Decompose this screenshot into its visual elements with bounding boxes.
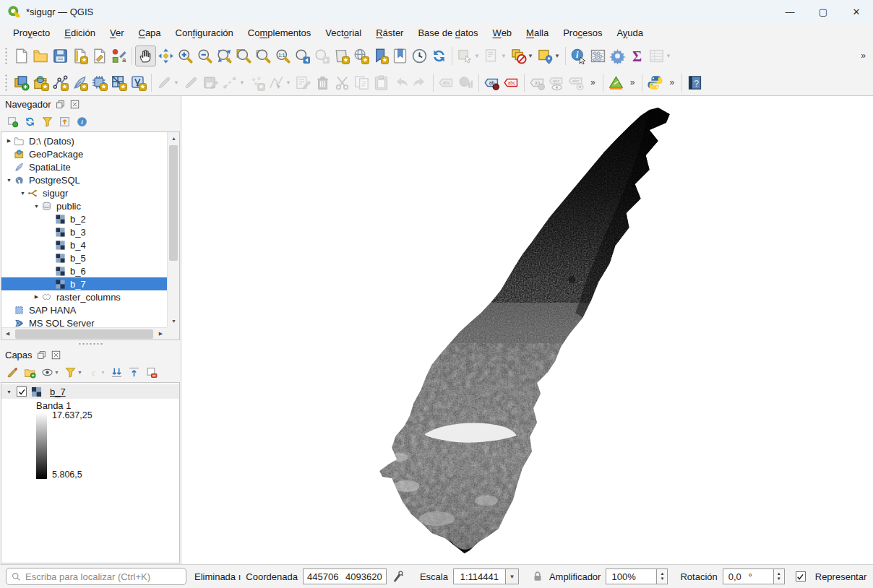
zoom-in-button[interactable] <box>176 46 195 66</box>
collapse-all-browser-button[interactable] <box>59 116 71 128</box>
refresh-browser-button[interactable] <box>24 116 36 128</box>
identify-features-button[interactable]: i <box>569 46 588 66</box>
show-statistics-button[interactable]: Σ <box>627 46 647 66</box>
toolbar-overflow-button[interactable]: » <box>626 77 640 87</box>
dropdown-arrow-icon[interactable]: ▼ <box>77 370 82 375</box>
magnifier-value[interactable]: 100% <box>606 568 656 584</box>
panel-splitter[interactable] <box>0 341 181 347</box>
browser-item-geopackage[interactable]: GeoPackage <box>1 147 167 160</box>
menu-vectorial[interactable]: Vectorial <box>318 25 369 40</box>
digitize-with-segment-button[interactable]: ▼ <box>220 72 247 93</box>
dropdown-arrow-icon[interactable]: ▼ <box>285 79 292 86</box>
show-hide-labels-button[interactable]: abc <box>547 72 567 93</box>
scale-value[interactable]: 1:114441 <box>453 568 505 584</box>
layer-item-b7[interactable]: ▼ b_7 <box>1 384 179 399</box>
browser-item-spatialite[interactable]: SpatiaLite <box>1 160 167 173</box>
select-features-button[interactable]: ▼ <box>455 46 482 66</box>
menu-web[interactable]: Web <box>486 25 520 40</box>
save-project-button[interactable] <box>51 46 70 66</box>
dropdown-arrow-icon[interactable]: ▼ <box>500 53 507 59</box>
dropdown-arrow-icon[interactable]: ▼ <box>665 53 672 59</box>
scroll-right-icon[interactable]: ▶ <box>155 328 167 340</box>
show-layout-manager-button[interactable] <box>90 46 109 66</box>
layer-diagram-button[interactable] <box>456 72 476 93</box>
open-layer-styling-button[interactable] <box>7 366 19 379</box>
browser-vertical-scrollbar[interactable]: ▲ ▼ <box>167 132 179 327</box>
toggle-editing-button[interactable] <box>181 72 201 93</box>
toolbar-grip[interactable] <box>4 74 8 91</box>
browser-item-raster-columns[interactable]: ▶raster_columns <box>1 290 167 303</box>
expander-icon[interactable]: ▼ <box>18 191 27 196</box>
refresh-map-button[interactable] <box>429 46 449 66</box>
filter-by-expression-button[interactable]: ε▼ <box>87 366 106 379</box>
new-spatialite-layer-button[interactable] <box>70 72 90 93</box>
new-shapefile-layer-button[interactable] <box>51 72 70 93</box>
properties-widget-button[interactable]: i <box>76 116 88 128</box>
browser-item-sigugr[interactable]: ▼sigugr <box>1 186 167 199</box>
browser-item-b-6[interactable]: b_6 <box>1 264 167 277</box>
save-layer-edits-button[interactable] <box>201 72 220 93</box>
menu-r-ster[interactable]: Ráster <box>369 25 410 40</box>
lock-scale-icon[interactable] <box>531 570 544 583</box>
highlight-pinned-labels-button[interactable]: abc <box>502 72 521 93</box>
browser-item-d-datos[interactable]: ▶D:\ (Datos) <box>1 134 167 147</box>
zoom-last-button[interactable] <box>293 46 312 66</box>
browser-item-public[interactable]: ▼public <box>1 199 167 212</box>
python-console-button[interactable] <box>645 72 665 93</box>
dropdown-arrow-icon[interactable]: ▼ <box>238 79 246 86</box>
pan-to-selection-button[interactable] <box>156 46 176 66</box>
field-calculator-button[interactable] <box>588 46 608 66</box>
minimize-button[interactable]: — <box>773 0 807 23</box>
new-project-button[interactable] <box>12 46 31 66</box>
scroll-down-icon[interactable]: ▼ <box>168 315 180 327</box>
maximize-button[interactable]: ▢ <box>807 0 840 23</box>
menu-complementos[interactable]: Complementos <box>241 25 318 40</box>
zoom-next-button[interactable] <box>312 46 332 66</box>
dropdown-arrow-icon[interactable]: ▼ <box>554 53 561 59</box>
close-panel-icon[interactable] <box>51 350 61 360</box>
style-manager-button[interactable]: a <box>109 46 129 66</box>
close-panel-icon[interactable] <box>69 99 80 110</box>
deselect-features-button[interactable]: ▼ <box>509 46 536 66</box>
new-geopackage-layer-button[interactable] <box>31 72 51 93</box>
new-print-layout-button[interactable] <box>70 46 90 66</box>
menu-malla[interactable]: Malla <box>519 25 556 40</box>
select-by-location-button[interactable]: ▼ <box>536 46 562 66</box>
toolbar-overflow-button[interactable]: » <box>665 77 679 87</box>
pan-map-button[interactable] <box>135 46 156 66</box>
coordinate-input[interactable]: 445706 4093620 <box>303 568 387 584</box>
scale-combobox[interactable]: 1:114441 ▼ <box>453 568 519 584</box>
browser-item-b-5[interactable]: b_5 <box>1 251 167 264</box>
remove-layer-button[interactable] <box>145 366 158 379</box>
paste-features-button[interactable] <box>371 72 391 93</box>
expander-icon[interactable]: ▼ <box>4 178 14 183</box>
dropdown-arrow-icon[interactable]: ▼ <box>173 79 180 86</box>
new-3d-map-view-button[interactable] <box>351 46 371 66</box>
coordinate-capture-icon[interactable] <box>392 570 405 583</box>
new-vector-layer-button[interactable] <box>129 72 148 93</box>
manage-map-themes-button[interactable]: ▼ <box>41 366 59 379</box>
expander-icon[interactable]: ▶ <box>4 138 14 144</box>
select-features-by-value-button[interactable]: ▼ <box>482 46 509 66</box>
move-label-button[interactable]: ab <box>528 72 547 93</box>
dropdown-arrow-icon[interactable]: ▼ <box>527 53 534 59</box>
browser-item-sap-hana[interactable]: SAP HANA <box>1 303 167 316</box>
rotation-value[interactable]: 0,0 ° <box>723 568 773 584</box>
undo-button[interactable] <box>391 72 410 93</box>
spinner-arrows-icon[interactable]: ▲▼ <box>773 568 785 584</box>
cut-features-button[interactable] <box>332 72 352 93</box>
expand-all-layers-button[interactable] <box>111 366 123 379</box>
toolbar-overflow-button[interactable]: » <box>856 51 870 61</box>
menu-base-de-datos[interactable]: Base de datos <box>410 25 485 40</box>
browser-item-postgresql[interactable]: ▼PostgreSQL <box>1 173 167 186</box>
browser-item-b-3[interactable]: b_3 <box>1 225 167 238</box>
expander-icon[interactable]: ▶ <box>32 294 41 300</box>
dropdown-arrow-icon[interactable]: ▼ <box>473 53 481 59</box>
attribute-table-button[interactable]: ▼ <box>647 46 674 66</box>
dropdown-arrow-icon[interactable]: ▼ <box>100 370 106 375</box>
copy-features-button[interactable] <box>352 72 371 93</box>
filter-legend-button[interactable]: ▼ <box>64 366 82 379</box>
toolbar-grip[interactable] <box>4 47 8 64</box>
scroll-thumb[interactable] <box>15 329 153 339</box>
dropdown-arrow-icon[interactable]: ▼ <box>54 370 59 375</box>
